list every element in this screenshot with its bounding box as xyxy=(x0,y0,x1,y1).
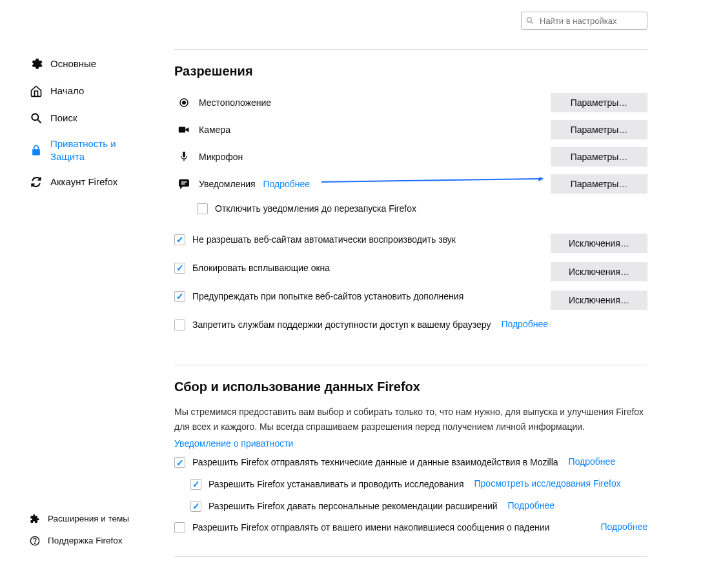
sidebar-item-extensions[interactable]: Расширения и темы xyxy=(27,508,152,530)
settings-search[interactable] xyxy=(521,12,647,30)
svg-point-4 xyxy=(527,17,531,22)
home-icon xyxy=(28,83,44,99)
sidebar-item-label: Приватность и Защита xyxy=(50,137,147,163)
notifications-label: Уведомления xyxy=(199,179,256,189)
disable-notifications-checkbox[interactable] xyxy=(197,203,208,214)
microphone-settings-button[interactable]: Параметры… xyxy=(551,147,647,167)
sidebar-item-support[interactable]: Поддержка Firefox xyxy=(27,530,152,552)
a11y-more-link[interactable]: Подробнее xyxy=(501,319,548,329)
svg-point-6 xyxy=(183,101,186,105)
settings-search-input[interactable] xyxy=(521,12,647,30)
gear-icon xyxy=(28,56,44,72)
puzzle-icon xyxy=(28,512,41,525)
block-autoplay-label: Не разрешать веб-сайтам автоматически во… xyxy=(192,234,456,247)
recommendations-checkbox[interactable] xyxy=(190,501,201,512)
studies-label: Разрешить Firefox устанавливать и провод… xyxy=(209,478,464,491)
location-label: Местоположение xyxy=(199,97,271,108)
camera-icon xyxy=(174,125,194,134)
block-a11y-label: Запретить службам поддержки доступности … xyxy=(192,319,491,332)
svg-point-3 xyxy=(34,543,35,543)
microphone-icon xyxy=(174,151,194,163)
sidebar-item-privacy[interactable]: Приватность и Защита xyxy=(27,132,152,168)
sidebar-item-label: Поддержка Firefox xyxy=(48,535,122,547)
divider xyxy=(174,365,647,365)
recommendations-label: Разрешить Firefox давать персональные ре… xyxy=(209,500,498,513)
crash-reports-more-link[interactable]: Подробнее xyxy=(600,522,647,532)
tech-data-more-link[interactable]: Подробнее xyxy=(569,456,616,467)
tech-data-checkbox[interactable] xyxy=(174,457,185,468)
svg-point-0 xyxy=(32,114,38,120)
svg-rect-10 xyxy=(179,179,189,186)
disable-notifications-label: Отключить уведомления до перезапуска Fir… xyxy=(215,203,416,216)
svg-line-1 xyxy=(38,120,41,123)
autoplay-exceptions-button[interactable]: Исключения… xyxy=(551,234,647,253)
notifications-settings-button[interactable]: Параметры… xyxy=(551,174,647,194)
camera-settings-button[interactable]: Параметры… xyxy=(551,120,647,139)
svg-rect-9 xyxy=(183,152,185,157)
svg-rect-8 xyxy=(179,127,186,133)
notification-icon xyxy=(174,179,194,189)
block-autoplay-checkbox[interactable] xyxy=(174,234,185,245)
microphone-label: Микрофон xyxy=(199,152,243,162)
addons-exceptions-button[interactable]: Исключения… xyxy=(551,290,647,310)
sidebar-item-label: Аккаунт Firefox xyxy=(50,176,117,188)
sidebar-item-general[interactable]: Основные xyxy=(27,50,152,77)
sidebar-item-search[interactable]: Поиск xyxy=(27,105,152,132)
search-icon xyxy=(525,16,534,27)
warn-addons-label: Предупреждать при попытке веб-сайтов уст… xyxy=(192,290,463,303)
camera-label: Камера xyxy=(199,125,230,135)
block-a11y-checkbox[interactable] xyxy=(174,319,185,330)
permissions-title: Разрешения xyxy=(174,64,647,79)
popups-exceptions-button[interactable]: Исключения… xyxy=(551,262,647,281)
svg-line-5 xyxy=(531,22,533,24)
sidebar-item-label: Расширения и темы xyxy=(48,513,129,525)
sync-icon xyxy=(28,174,44,190)
crash-reports-label: Разрешить Firefox отправлять от вашего и… xyxy=(192,522,549,534)
crash-reports-checkbox[interactable] xyxy=(174,522,185,533)
divider xyxy=(174,556,647,557)
lock-icon xyxy=(28,143,44,158)
search-icon xyxy=(28,110,44,126)
block-popups-label: Блокировать всплывающие окна xyxy=(192,262,330,275)
notifications-more-link[interactable]: Подробнее xyxy=(263,179,310,189)
tech-data-label: Разрешить Firefox отправлять технические… xyxy=(192,456,558,469)
sidebar-item-label: Основные xyxy=(50,57,96,70)
location-settings-button[interactable]: Параметры… xyxy=(551,93,647,112)
studies-checkbox[interactable] xyxy=(190,479,201,490)
sidebar-item-account[interactable]: Аккаунт Firefox xyxy=(27,168,152,196)
studies-view-link[interactable]: Просмотреть исследования Firefox xyxy=(474,478,621,489)
data-collection-desc: Мы стремимся предоставить вам выбор и со… xyxy=(174,405,647,434)
privacy-notice-link[interactable]: Уведомление о приватности xyxy=(174,438,293,449)
help-icon xyxy=(28,534,41,547)
data-collection-title: Сбор и использование данных Firefox xyxy=(174,380,647,394)
warn-addons-checkbox[interactable] xyxy=(174,291,185,302)
sidebar-item-label: Поиск xyxy=(50,112,77,125)
sidebar-item-home[interactable]: Начало xyxy=(27,77,152,105)
block-popups-checkbox[interactable] xyxy=(174,263,185,274)
sidebar-item-label: Начало xyxy=(50,85,84,97)
recommendations-more-link[interactable]: Подробнее xyxy=(508,500,555,511)
location-icon xyxy=(174,97,194,108)
divider xyxy=(174,49,647,50)
